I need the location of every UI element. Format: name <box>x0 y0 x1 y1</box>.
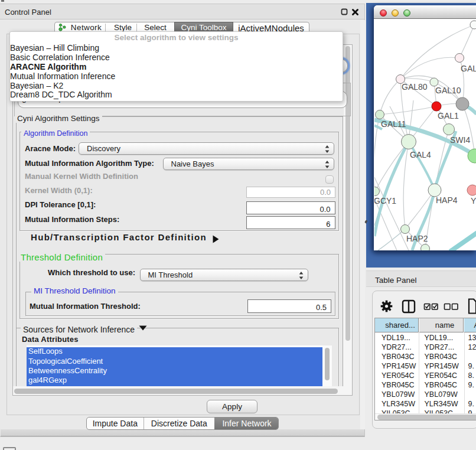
svg-text:GAL2: GAL2 <box>461 64 476 73</box>
svg-text:GAL80: GAL80 <box>402 82 428 92</box>
svg-text:GAL4: GAL4 <box>410 150 431 159</box>
svg-text:SWI4: SWI4 <box>450 135 470 145</box>
svg-text:GAL11: GAL11 <box>381 119 406 129</box>
svg-text:HAP4: HAP4 <box>436 195 458 205</box>
svg-text:GAL1: GAL1 <box>438 111 459 120</box>
svg-text:YM: YM <box>471 196 476 206</box>
svg-text:GAL10: GAL10 <box>435 86 461 95</box>
svg-text:HAP2: HAP2 <box>406 234 428 243</box>
svg-text:GCY1: GCY1 <box>374 196 396 206</box>
